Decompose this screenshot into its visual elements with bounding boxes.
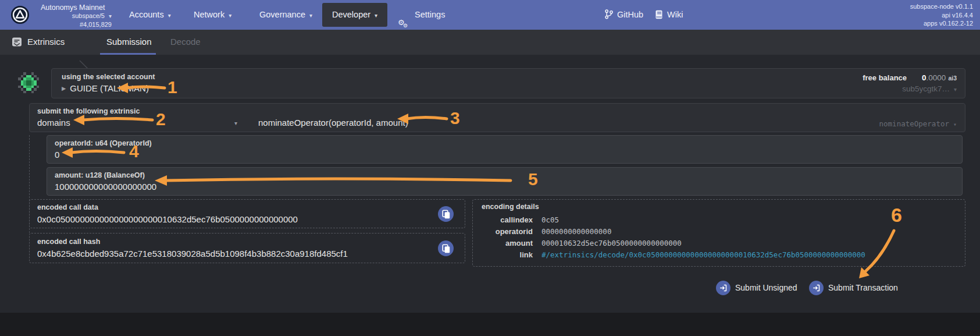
method-select[interactable]: nominateOperator(operatorId, amount)	[258, 118, 408, 128]
section-select[interactable]: domains	[37, 118, 70, 128]
submit-unsigned-button[interactable]: Submit Unsigned	[716, 280, 797, 295]
guide-number-1: 1	[168, 77, 177, 97]
settings-gears-icon: ⚙⚙	[398, 9, 409, 19]
param-amount-label: amount: u128 (BalanceOf)	[55, 171, 145, 179]
sign-in-icon	[809, 281, 824, 295]
submit-unsigned-label: Submit Unsigned	[735, 283, 797, 292]
param-amount: amount: u128 (BalanceOf) 100000000000000…	[47, 167, 963, 196]
balance-int: 0	[922, 73, 926, 82]
nav-wiki-label: Wiki	[667, 10, 683, 19]
encoded-call-hash-box: encoded call hash 0x4b625e8cbded935a72c7…	[29, 233, 465, 263]
encoding-row-callindex: callindex 0c05	[482, 214, 959, 225]
extrinsics-page: Autonomys Mainnet subspace/5 #4,015,829 …	[0, 0, 980, 336]
account-select-label: using the selected account	[62, 73, 155, 81]
account-name: GUIDE (TALISMAN)	[70, 83, 149, 93]
enc-link-label: link	[482, 250, 533, 259]
encoding-row-amount: amount 000010632d5ec76b0500000000000000	[482, 237, 959, 249]
git-branch-icon	[605, 9, 613, 19]
account-select-row: using the selected account GUIDE (TALISM…	[51, 68, 965, 98]
enc-callindex-value: 0c05	[541, 215, 559, 224]
encoding-row-link: link #/extrinsics/decode/0x0c05000000000…	[482, 249, 959, 260]
enc-operatorid-value: 0000000000000000	[541, 227, 611, 236]
footer-strip	[0, 313, 980, 336]
account-select[interactable]: GUIDE (TALISMAN)	[62, 83, 149, 93]
param-operatorid: operatorId: u64 (OperatorId) 0	[47, 135, 963, 164]
balance-frac: .0000	[926, 73, 946, 82]
extrinsic-select-label: submit the following extrinsic	[37, 107, 140, 115]
free-balance-label: free balance	[863, 73, 907, 82]
apps-version: apps v0.162.2-12	[910, 19, 973, 28]
sign-in-icon	[716, 281, 730, 295]
copy-call-hash-button[interactable]	[438, 240, 454, 256]
copy-call-data-button[interactable]	[438, 206, 454, 222]
nav-network[interactable]: Network	[194, 0, 231, 30]
copy-icon	[442, 244, 450, 253]
nav-settings-label: Settings	[415, 10, 445, 19]
guide-number-3: 3	[450, 108, 460, 128]
runtime-label: subspace/5	[72, 12, 105, 19]
top-nav: Autonomys Mainnet subspace/5 #4,015,829 …	[0, 0, 980, 30]
guide-number-5: 5	[528, 169, 538, 189]
book-icon	[655, 10, 663, 19]
free-balance: free balance0.0000ai3	[863, 73, 957, 82]
section-chevron-down-icon[interactable]: ▾	[234, 120, 237, 126]
param-amount-input[interactable]: 100000000000000000000	[55, 182, 156, 192]
breadcrumb-app: Extrinsics	[27, 37, 65, 47]
api-version: api v16.4.4	[910, 11, 973, 20]
guide-number-4: 4	[129, 142, 139, 161]
guide-number-6: 6	[891, 204, 902, 227]
balance-unit: ai3	[948, 75, 957, 82]
tab-decode[interactable]: Decode	[170, 37, 201, 47]
extrinsics-icon	[12, 37, 22, 47]
method-selected-display[interactable]: nominateOperator	[879, 119, 957, 128]
account-address-short: sub5ycgtk7…	[902, 84, 950, 93]
encoding-details-label: encoding details	[482, 203, 539, 211]
enc-amount-label: amount	[482, 239, 533, 247]
nav-developer[interactable]: Developer	[322, 3, 387, 27]
encoded-call-data-value: 0x0c050000000000000000000010632d5ec76b05…	[37, 214, 298, 224]
nav-accounts[interactable]: Accounts	[129, 0, 171, 30]
tab-submission[interactable]: Submission	[106, 37, 152, 47]
version-info: subspace-node v0.1.1 api v16.4.4 apps v0…	[910, 2, 973, 28]
extrinsic-select-row: submit the following extrinsic domains ▾…	[29, 103, 965, 132]
tab-bar: Extrinsics Submission Decode	[0, 30, 980, 55]
encoded-call-data-label: encoded call data	[37, 203, 98, 211]
account-address-toggle[interactable]: sub5ycgtk7…	[902, 84, 957, 93]
enc-decode-link[interactable]: #/extrinsics/decode/0x0c0500000000000000…	[541, 250, 865, 259]
encoded-call-data-box: encoded call data 0x0c050000000000000000…	[29, 199, 465, 228]
nav-settings[interactable]: ⚙⚙ Settings	[398, 0, 445, 30]
method-selected-name: nominateOperator	[879, 119, 949, 128]
node-version: subspace-node v0.1.1	[910, 2, 973, 11]
nav-governance-label: Governance	[259, 10, 305, 19]
enc-callindex-label: callindex	[482, 215, 533, 224]
nav-governance[interactable]: Governance	[259, 0, 312, 30]
active-tab-underline	[100, 53, 156, 55]
nav-github[interactable]: GitHub	[605, 0, 643, 30]
param-operatorid-input[interactable]: 0	[55, 150, 59, 160]
chain-selector[interactable]: Autonomys Mainnet subspace/5 #4,015,829	[41, 3, 112, 29]
nav-wiki[interactable]: Wiki	[655, 0, 683, 30]
chain-name: Autonomys Mainnet	[41, 3, 112, 12]
account-identicon[interactable]	[18, 72, 39, 93]
encoding-row-operatorid: operatorid 0000000000000000	[482, 225, 959, 237]
enc-operatorid-label: operatorid	[482, 227, 533, 236]
chevron-down-icon	[105, 12, 112, 19]
block-number: #4,015,829	[41, 20, 112, 29]
submit-transaction-button[interactable]: Submit Transaction	[809, 280, 898, 295]
encoded-call-hash-value: 0x4b625e8cbded935a72c71e5318039028a5d5b1…	[37, 249, 348, 259]
copy-icon	[442, 210, 450, 219]
submit-transaction-label: Submit Transaction	[828, 283, 898, 292]
enc-amount-value: 000010632d5ec76b0500000000000000	[541, 239, 682, 247]
encoded-call-hash-label: encoded call hash	[37, 238, 100, 246]
guide-number-2: 2	[156, 109, 166, 129]
autonomys-logo-icon[interactable]	[11, 6, 29, 24]
nav-accounts-label: Accounts	[129, 10, 164, 19]
nav-github-label: GitHub	[617, 10, 643, 19]
nav-developer-label: Developer	[332, 10, 370, 19]
nav-network-label: Network	[194, 10, 224, 19]
